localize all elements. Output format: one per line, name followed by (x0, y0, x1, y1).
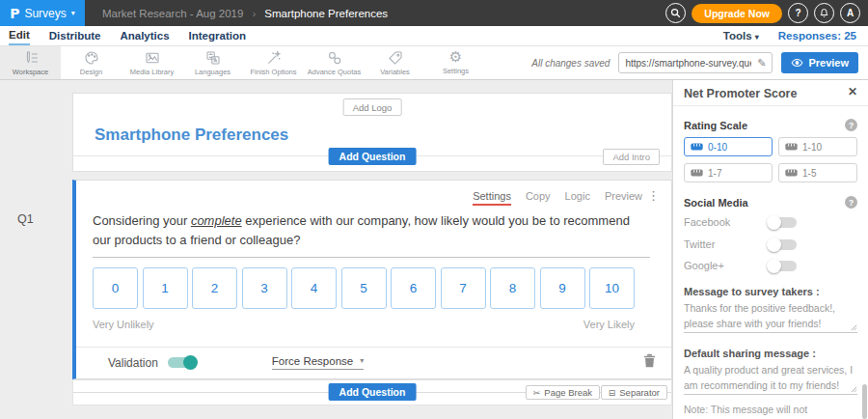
survey-url-value[interactable]: https://smartphone-survey.questionpro (619, 58, 751, 69)
preview-button[interactable]: Preview (781, 52, 858, 73)
toolbar-item-media-library[interactable]: Media Library (122, 46, 182, 79)
question-card[interactable]: Settings Copy Logic Preview ⋮ Considerin… (72, 180, 672, 379)
facebook-toggle[interactable] (768, 217, 797, 228)
toggle-knob (183, 355, 198, 370)
social-media-help-icon[interactable]: ? (845, 196, 857, 209)
nps-option-3[interactable]: 3 (242, 267, 287, 309)
product-switcher[interactable]: P Surveys ▾ (0, 0, 85, 26)
help-button[interactable]: ? (788, 3, 808, 23)
chevron-right-icon: › (252, 8, 256, 19)
toolbar-label: Media Library (130, 68, 174, 76)
facebook-label: Facebook (684, 216, 730, 228)
editor-toolbar: Workspace Design Media Library Languages… (0, 46, 868, 80)
separator-label: Separator (619, 387, 660, 398)
close-icon[interactable]: ✕ (848, 85, 857, 98)
edit-url-icon[interactable]: ✎ (751, 57, 772, 70)
question-text-emphasis: complete (191, 213, 242, 228)
nps-option-2[interactable]: 2 (192, 267, 237, 309)
resize-handle-icon[interactable] (851, 324, 857, 331)
topbar: P Surveys ▾ Market Research - Aug 2019 ›… (0, 0, 868, 26)
scale-option-label: 0-10 (708, 142, 727, 153)
validation-toggle[interactable] (168, 357, 197, 368)
nps-option-7[interactable]: 7 (441, 267, 486, 309)
toolbar-item-workspace[interactable]: Workspace (0, 46, 61, 79)
sidebar-scrollbar[interactable] (862, 384, 867, 419)
breadcrumb-parent[interactable]: Market Research - Aug 2019 (102, 8, 243, 19)
scale-option-0-10[interactable]: 0-10 (684, 137, 773, 156)
account-avatar[interactable]: A (840, 3, 860, 23)
survey-header-card: Add Logo Smartphone Preferences Add Ques… (72, 93, 672, 172)
toolbar-label: Advance Quotas (308, 68, 361, 76)
workspace-icon (23, 50, 39, 66)
toolbar-item-variables[interactable]: Variables (365, 46, 425, 79)
tab-preview[interactable]: Preview (605, 190, 642, 204)
question-text[interactable]: Considering your complete experience wit… (93, 211, 650, 258)
add-logo-button[interactable]: Add Logo (343, 98, 402, 116)
scale-max-label: Very Likely (583, 319, 635, 330)
survey-url-field[interactable]: https://smartphone-survey.questionpro ✎ (618, 52, 773, 73)
palette-icon (84, 50, 99, 66)
validation-row: Validation Force Response ▾ (108, 355, 364, 370)
question-tabs: Settings Copy Logic Preview (473, 190, 642, 206)
nps-option-9[interactable]: 9 (540, 267, 585, 309)
tools-dropdown[interactable]: Tools ▾ (723, 30, 759, 42)
page-break-label: Page Break (544, 387, 592, 398)
question-more-menu-icon[interactable]: ⋮ (647, 189, 660, 202)
toolbar-item-languages[interactable]: Languages (182, 46, 243, 79)
toolbar-label: Variables (380, 68, 410, 76)
caret-down-icon: ▾ (71, 10, 75, 17)
nps-option-6[interactable]: 6 (391, 267, 436, 309)
twitter-toggle[interactable] (768, 239, 797, 250)
validation-type-dropdown[interactable]: Force Response ▾ (272, 355, 364, 370)
caret-down-icon: ▾ (360, 357, 364, 365)
separator-button[interactable]: ⊟ Separator (601, 385, 667, 400)
googleplus-toggle[interactable] (768, 261, 797, 271)
scale-option-1-10[interactable]: 1-10 (778, 137, 857, 156)
twitter-label: Twitter (684, 238, 715, 250)
nps-option-1[interactable]: 1 (143, 267, 188, 309)
message-to-takers-label: Message to survey takers : (684, 286, 820, 297)
tab-copy[interactable]: Copy (526, 190, 551, 204)
menu-item-integration[interactable]: Integration (189, 28, 246, 44)
image-icon (145, 50, 160, 66)
trash-icon (643, 353, 656, 368)
tab-logic[interactable]: Logic (565, 190, 590, 204)
nps-option-8[interactable]: 8 (490, 267, 535, 309)
toolbar-item-advance-quotas[interactable]: Advance Quotas (304, 46, 365, 79)
rating-scale-options: 0-10 1-10 1-7 1-5 (684, 137, 857, 182)
question-number: Q1 (17, 212, 34, 226)
nps-option-0[interactable]: 0 (93, 267, 138, 309)
rating-scale-help-icon[interactable]: ? (845, 119, 857, 131)
default-sharing-textarea[interactable]: A quality product and great services, I … (684, 362, 857, 395)
nps-option-10[interactable]: 10 (589, 267, 635, 309)
add-question-button-top[interactable]: Add Question (329, 148, 417, 165)
scale-option-1-5[interactable]: 1-5 (778, 163, 857, 182)
nps-option-4[interactable]: 4 (291, 267, 337, 309)
scale-ruler-icon (691, 169, 703, 177)
tab-settings[interactable]: Settings (473, 190, 511, 206)
menu-item-distribute[interactable]: Distribute (49, 28, 101, 44)
survey-builder-screen: P Surveys ▾ Market Research - Aug 2019 ›… (0, 0, 868, 419)
add-intro-button[interactable]: Add Intro (603, 149, 660, 165)
delete-question-button[interactable] (643, 353, 656, 372)
bell-icon (819, 8, 829, 18)
nps-option-5[interactable]: 5 (341, 267, 387, 309)
menu-item-analytics[interactable]: Analytics (120, 28, 169, 44)
search-button[interactable] (665, 3, 686, 23)
notifications-button[interactable] (814, 3, 834, 23)
page-break-button[interactable]: ✂ Page Break (526, 385, 600, 400)
scale-option-1-7[interactable]: 1-7 (684, 163, 773, 182)
menu-item-edit[interactable]: Edit (9, 27, 30, 45)
toolbar-item-settings[interactable]: ⚙ Settings (425, 46, 486, 79)
survey-title[interactable]: Smartphone Preferences (95, 126, 288, 145)
nps-scale: 0 1 2 3 4 5 6 7 8 9 10 (93, 267, 635, 309)
add-question-button-bottom[interactable]: Add Question (329, 383, 417, 401)
scale-option-label: 1-5 (802, 168, 816, 179)
toolbar-item-design[interactable]: Design (61, 46, 122, 79)
upgrade-now-button[interactable]: Upgrade Now (692, 4, 782, 23)
responses-count[interactable]: Responses: 25 (778, 30, 856, 42)
toolbar-item-finish-options[interactable]: Finish Options (243, 46, 304, 79)
message-to-takers-textarea[interactable]: Thanks for the positive feedback!, pleas… (684, 300, 857, 333)
divider (76, 347, 671, 348)
resize-handle-icon[interactable] (851, 386, 857, 393)
